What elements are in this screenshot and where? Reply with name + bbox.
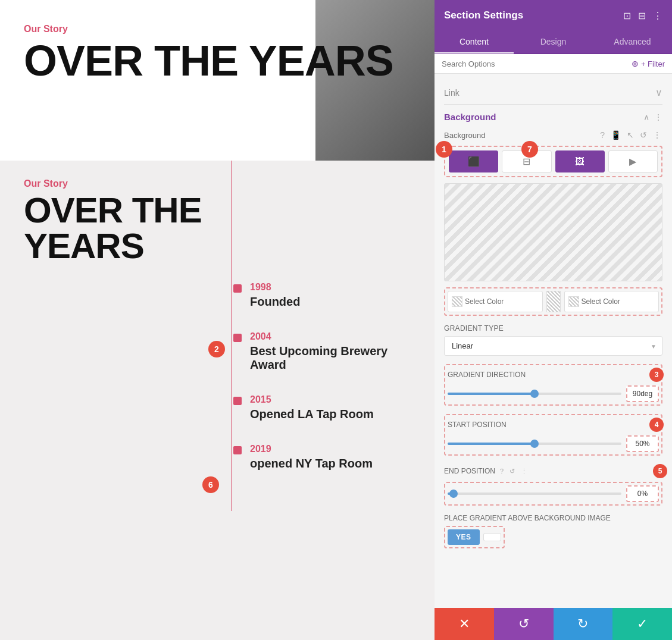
color-select-label-2: Select Color <box>582 297 620 306</box>
section-more-icon[interactable]: ⋮ <box>654 112 662 122</box>
slider-track-direction <box>448 393 621 395</box>
gradient-direction-section: Gradient Direction 3 90deg <box>444 364 662 406</box>
video-icon: ▶ <box>629 156 636 167</box>
timeline-section: Our Story OVER THE YEARS 1998 Founded 2 … <box>0 161 435 511</box>
hero-section: Our Story OVER THE YEARS <box>0 0 435 161</box>
bg-icons: ? 📱 ↖ ↺ ⋮ <box>599 129 662 141</box>
timeline-content-2: 2004 Best Upcoming Brewery Award <box>250 331 411 372</box>
tab-design[interactable]: Design <box>514 31 593 54</box>
start-position-label: Start Position <box>448 421 507 429</box>
timeline-year-4: 2019 <box>250 444 373 454</box>
end-position-row: End Position ? ↺ ⋮ 5 0% <box>444 464 662 506</box>
slider-track-start <box>448 443 621 445</box>
confirm-icon: ✓ <box>637 616 648 632</box>
background-preview <box>444 183 662 281</box>
gradient-type-row: Gradient Type Linear Radial <box>444 324 662 356</box>
color-select-button-1[interactable]: Select Color <box>448 291 543 312</box>
toggle-yes-button[interactable]: YES <box>448 529 480 545</box>
collapse-icon[interactable]: ∧ <box>643 112 649 122</box>
slider-thumb-end[interactable] <box>449 490 458 498</box>
end-position-slider: 0% <box>444 482 662 506</box>
cancel-button[interactable]: ✕ <box>435 608 494 640</box>
image-icon: 🖼 <box>575 156 585 167</box>
slider-thumb-start[interactable] <box>530 440 539 448</box>
bg-type-color[interactable]: ⬛ <box>449 150 498 172</box>
more-icon[interactable]: ⋮ <box>653 10 662 21</box>
fullscreen-icon[interactable]: ⊡ <box>623 10 631 21</box>
redo-icon: ↻ <box>577 616 588 632</box>
bg-more-icon[interactable]: ⋮ <box>652 129 662 141</box>
timeline-year-3: 2015 <box>250 394 374 405</box>
bg-cursor-icon[interactable]: ↖ <box>626 129 635 141</box>
filter-button[interactable]: ⊕ + Filter <box>632 59 665 68</box>
annotation-badge-4: 4 <box>649 418 664 432</box>
gradient-direction-label-row: Gradient Direction 3 <box>448 368 659 382</box>
checkered-swatch <box>546 291 561 312</box>
tab-content[interactable]: Content <box>435 31 514 54</box>
slider-fill-direction <box>448 393 535 395</box>
end-pos-reset-icon[interactable]: ↺ <box>508 466 516 476</box>
timeline-content-1: 1998 Founded <box>250 282 300 309</box>
end-pos-help-icon[interactable]: ? <box>499 466 505 476</box>
bg-help-icon[interactable]: ? <box>599 129 606 141</box>
end-position-label-row: End Position ? ↺ ⋮ 5 <box>444 464 662 478</box>
bg-type-video[interactable]: ▶ <box>608 150 658 172</box>
search-bar: ⊕ + Filter <box>435 54 672 74</box>
color-select-label-1: Select Color <box>465 297 504 306</box>
timeline-title: OVER THE YEARS <box>24 193 411 264</box>
color-selectors: Select Color Select Color <box>444 287 662 316</box>
bg-reset-icon[interactable]: ↺ <box>639 129 648 141</box>
tab-advanced[interactable]: Advanced <box>593 31 672 54</box>
bottom-toolbar: ✕ ↺ ↻ ✓ <box>435 608 672 640</box>
hero-title: OVER THE YEARS <box>24 39 393 82</box>
start-position-section: Start Position 4 50% <box>444 414 662 456</box>
color-select-button-2[interactable]: Select Color <box>564 291 660 312</box>
confirm-button[interactable]: ✓ <box>612 608 672 640</box>
timeline-event-4: opened NY Tap Room <box>250 457 373 470</box>
annotation-badge-3: 3 <box>649 368 664 382</box>
bg-mobile-icon[interactable]: 📱 <box>610 129 622 141</box>
toggle-container: YES <box>444 526 505 548</box>
gradient-type-select[interactable]: Linear Radial <box>444 336 662 356</box>
timeline-dot-1 <box>233 284 242 293</box>
bg-label-row: Background ? 📱 ↖ ↺ ⋮ <box>444 129 662 141</box>
timeline-event-2: Best Upcoming Brewery Award <box>250 344 411 372</box>
list-item: 2 2004 Best Upcoming Brewery Award <box>24 331 411 372</box>
panel-header: Section Settings ⊡ ⊟ ⋮ <box>435 0 672 31</box>
link-row[interactable]: Link ∨ <box>444 81 662 105</box>
timeline-content-3: 2015 Opened LA Tap Room <box>250 394 374 421</box>
annotation-badge-5: 5 <box>653 464 667 478</box>
chevron-down-icon: ∨ <box>655 87 662 98</box>
undo-button[interactable]: ↺ <box>494 608 554 640</box>
start-position-value: 50% <box>626 435 659 452</box>
slider-track-end <box>448 492 621 495</box>
timeline-items: 1998 Founded 2 2004 Best Upcoming Brewer… <box>24 282 411 470</box>
timeline-dot-3 <box>233 397 242 405</box>
timeline-event-1: Founded <box>250 295 300 309</box>
annotation-badge-6: 6 <box>202 476 219 493</box>
end-pos-more-icon[interactable]: ⋮ <box>520 466 529 476</box>
panel-body: Link ∨ Background ∧ ⋮ Background ? 📱 ↖ ↺ <box>435 74 672 608</box>
content-area: Our Story OVER THE YEARS Our Story OVER … <box>0 0 435 640</box>
redo-button[interactable]: ↻ <box>554 608 613 640</box>
slider-thumb-direction[interactable] <box>530 390 539 398</box>
bg-type-gradient[interactable]: ⊟ <box>502 150 551 172</box>
cancel-icon: ✕ <box>459 616 470 632</box>
settings-panel: Section Settings ⊡ ⊟ ⋮ Content Design Ad… <box>435 0 672 640</box>
timeline-year-1: 1998 <box>250 282 300 293</box>
place-gradient-label: Place Gradient Above Background Image <box>444 514 662 522</box>
slider-fill-start <box>448 443 535 445</box>
timeline-dot-2 <box>233 334 242 342</box>
color-swatch-1 <box>452 296 462 307</box>
gradient-type-select-wrapper: Linear Radial <box>444 336 662 356</box>
section-header-icons: ∧ ⋮ <box>643 112 662 122</box>
start-position-label-row: Start Position 4 <box>448 418 659 432</box>
list-item: 1998 Founded <box>24 282 411 309</box>
list-item: 2015 Opened LA Tap Room <box>24 394 411 421</box>
our-story-label-2: Our Story <box>24 178 411 189</box>
bg-type-image[interactable]: 🖼 <box>555 150 605 172</box>
hero-text-block: Our Story OVER THE YEARS <box>24 24 393 82</box>
search-input[interactable] <box>442 59 632 68</box>
panel-header-icons: ⊡ ⊟ ⋮ <box>623 10 662 21</box>
layout-icon[interactable]: ⊟ <box>638 10 646 21</box>
